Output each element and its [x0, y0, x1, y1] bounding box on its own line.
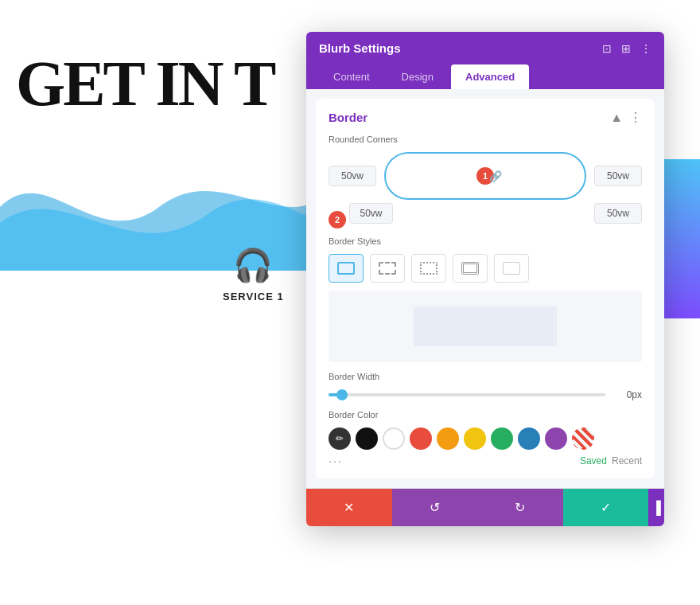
slider-value: 0px	[613, 389, 642, 400]
tab-advanced[interactable]: Advanced	[451, 64, 529, 89]
striped-swatch[interactable]	[572, 427, 594, 450]
dashed-icon	[379, 262, 396, 275]
style-solid-btn[interactable]	[329, 254, 364, 283]
headphone-icon: 🎧	[223, 247, 284, 284]
border-preview-inner	[414, 306, 557, 346]
panel-header-icons: ⊡ ⊞ ⋮	[602, 42, 651, 55]
panel-footer: ✕ ↺ ↻ ✓ ▐	[306, 488, 664, 526]
wave-decoration	[0, 143, 334, 271]
dotted-icon	[420, 262, 438, 275]
section-controls: ▲ ⋮	[610, 110, 642, 125]
section-title: Border	[329, 111, 368, 124]
badge-2: 2	[329, 211, 346, 228]
tab-design[interactable]: Design	[387, 64, 448, 89]
redo-button[interactable]: ↻	[477, 489, 563, 526]
blue-swatch[interactable]	[518, 427, 540, 450]
style-dashed-btn[interactable]	[370, 254, 405, 283]
slider-thumb[interactable]	[336, 389, 348, 400]
style-double-btn[interactable]	[453, 254, 488, 283]
border-styles-grid	[329, 254, 642, 283]
section-more-icon[interactable]: ⋮	[629, 110, 642, 125]
color-swatches: ✏	[329, 427, 642, 450]
white-swatch[interactable]	[383, 427, 405, 450]
eyedropper-swatch[interactable]: ✏	[329, 427, 351, 450]
tab-content[interactable]: Content	[319, 64, 384, 89]
black-swatch[interactable]	[356, 427, 378, 450]
slider-track[interactable]	[329, 393, 605, 396]
confirm-button[interactable]: ✓	[563, 489, 649, 526]
style-none-btn[interactable]	[494, 254, 529, 283]
collapse-icon[interactable]: ▲	[610, 111, 623, 125]
border-width-slider-row: 0px	[329, 389, 642, 400]
bottom-right-input[interactable]	[594, 203, 642, 224]
bottom-left-input[interactable]	[349, 203, 393, 224]
red-swatch[interactable]	[410, 427, 432, 450]
focus-icon[interactable]: ⊡	[602, 42, 612, 55]
service-section: 🎧 SERVICE 1	[223, 247, 284, 302]
double-icon	[461, 262, 479, 275]
yellow-swatch[interactable]	[464, 427, 486, 450]
top-right-input[interactable]	[594, 166, 642, 186]
panel-body: Border ▲ ⋮ Rounded Corners 1 🔗	[306, 89, 664, 488]
green-swatch[interactable]	[491, 427, 513, 450]
rounded-corners-label: Rounded Corners	[329, 135, 642, 144]
panel-header: Blurb Settings ⊡ ⊞ ⋮	[306, 32, 664, 64]
link-icon: 🔗	[489, 170, 502, 182]
border-preview-wrapper	[329, 291, 642, 362]
orange-swatch[interactable]	[437, 427, 459, 450]
page-title: GET IN T	[16, 48, 274, 120]
undo-button[interactable]: ↺	[392, 489, 478, 526]
cancel-button[interactable]: ✕	[306, 489, 392, 526]
service-label: SERVICE 1	[223, 291, 284, 302]
more-colors-btn[interactable]: ···	[329, 455, 343, 467]
border-width-label: Border Width	[329, 372, 642, 381]
saved-recent-row: ··· Saved Recent	[329, 455, 642, 467]
saved-btn[interactable]: Saved	[580, 455, 607, 466]
blurb-settings-panel: Blurb Settings ⊡ ⊞ ⋮ Content Design Adva…	[306, 32, 664, 526]
more-options-icon[interactable]: ⋮	[640, 42, 651, 55]
none-icon	[503, 262, 520, 275]
border-styles-label: Border Styles	[329, 236, 642, 246]
panel-title: Blurb Settings	[319, 41, 401, 55]
solid-icon	[337, 262, 355, 275]
purple-swatch[interactable]	[545, 427, 567, 450]
tabs: Content Design Advanced	[306, 64, 664, 89]
recent-btn[interactable]: Recent	[612, 455, 642, 466]
style-dotted-btn[interactable]	[411, 254, 446, 283]
columns-icon[interactable]: ⊞	[621, 42, 631, 55]
border-color-label: Border Color	[329, 410, 642, 420]
border-section: Border ▲ ⋮ Rounded Corners 1 🔗	[316, 99, 655, 478]
section-header: Border ▲ ⋮	[329, 110, 642, 125]
top-left-input[interactable]	[329, 166, 376, 186]
scrollbar-handle[interactable]: ▐	[648, 489, 664, 526]
